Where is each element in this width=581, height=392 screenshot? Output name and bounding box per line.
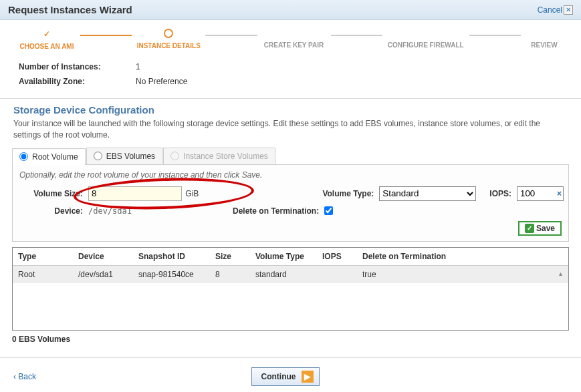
iops-label: IOPS: [489,189,511,198]
availability-zone-value: No Preference [136,77,187,86]
cancel-label: Cancel [538,5,562,15]
checkmark-icon: ✓ [13,29,80,39]
step-label: CHOOSE AN AMI [20,43,74,50]
cell-delete: true [357,265,568,283]
cell-iops [317,265,357,283]
volumes-table: Type Device Snapshot ID Size Volume Type… [13,248,568,283]
volume-size-input[interactable] [88,186,182,201]
volume-size-label: Volume Size: [19,189,83,198]
storage-tabs: Root Volume EBS Volumes Instance Store V… [12,148,569,165]
save-button[interactable]: ✓ Save [518,221,562,236]
col-device: Device [73,248,133,266]
step-label: CONFIGURE FIREWALL [388,41,464,49]
col-size: Size [210,248,250,266]
tab-label: Instance Store Volumes [183,152,268,161]
checkmark-icon: ✓ [525,224,534,233]
tab-ebs-volumes[interactable]: EBS Volumes [86,148,162,164]
ebs-volume-count: 0 EBS Volumes [0,332,581,357]
wizard-title: Request Instances Wizard [8,4,132,15]
volume-size-wrap: GiB [88,186,199,201]
storage-section-desc: Your instance will be launched with the … [0,118,581,148]
continue-label: Continue [261,372,296,381]
instance-summary: Number of Instances: 1 Availability Zone… [0,54,581,94]
step-connector [469,35,521,36]
col-snapshot: Snapshot ID [133,248,210,266]
delete-on-termination-checkbox[interactable] [324,206,333,215]
tab-instance-store: Instance Store Volumes [163,148,275,164]
step-label: INSTANCE DETAILS [137,42,201,49]
wizard-steps: ✓ CHOOSE AN AMI INSTANCE DETAILS CREATE … [0,20,581,54]
device-value: /dev/sda1 [88,206,195,216]
tab-root-volume[interactable]: Root Volume [12,148,86,165]
tab-radio-ebs[interactable] [94,152,102,160]
device-label: Device: [19,206,83,216]
step-label: CREATE KEY PAIR [264,41,324,49]
tab-radio-root[interactable] [19,152,28,161]
col-iops: IOPS [317,248,357,266]
volumes-table-wrap: Type Device Snapshot ID Size Volume Type… [12,247,569,331]
num-instances-value: 1 [136,62,140,71]
volume-type-label: Volume Type: [322,189,374,198]
storage-section-title: Storage Device Configuration [0,98,581,118]
cell-voltype: standard [250,265,317,283]
delete-on-termination-label: Delete on Termination: [233,206,319,216]
step-instance-details[interactable]: INSTANCE DETAILS [132,30,205,49]
step-connector [80,35,132,36]
clear-iops-icon[interactable]: × [557,189,562,198]
close-icon[interactable]: ✕ [564,5,573,15]
cell-size: 8 [210,265,250,283]
col-delete: Delete on Termination [357,248,568,266]
tab-label: Root Volume [32,152,78,162]
scroll-up-icon[interactable]: ▴ [559,270,567,278]
cell-device: /dev/sda1 [73,265,133,283]
col-type: Type [13,248,73,266]
step-label: REVIEW [531,41,557,49]
arrow-right-icon: ▶ [302,371,314,383]
step-choose-ami[interactable]: ✓ CHOOSE AN AMI [13,29,80,50]
volume-size-unit: GiB [185,189,199,198]
col-voltype: Volume Type [250,248,317,266]
step-configure-firewall[interactable]: CONFIGURE FIREWALL [382,31,469,49]
wizard-header: Request Instances Wizard Cancel ✕ [0,0,581,20]
availability-zone-label: Availability Zone: [19,77,136,86]
cancel-button[interactable]: Cancel ✕ [538,5,573,15]
cell-snapshot: snap-981540ce [133,265,210,283]
table-header-row: Type Device Snapshot ID Size Volume Type… [13,248,568,266]
table-row[interactable]: Root /dev/sda1 snap-981540ce 8 standard … [13,265,568,283]
step-review[interactable]: REVIEW [521,31,568,49]
wizard-footer: ‹ Back Continue ▶ [0,357,581,392]
tab-radio-instance [170,152,179,160]
panel-note: Optionally, edit the root volume of your… [19,170,562,180]
continue-button[interactable]: Continue ▶ [251,367,320,386]
step-create-key-pair[interactable]: CREATE KEY PAIR [257,31,331,49]
step-connector [205,35,257,36]
volume-type-select[interactable]: Standard [379,186,476,201]
step-connector [331,35,382,36]
cell-type: Root [13,265,73,283]
save-label: Save [536,224,555,233]
table-empty-area: ▴ [13,283,568,330]
num-instances-label: Number of Instances: [19,62,136,71]
step-dot-icon [164,29,173,38]
back-button[interactable]: ‹ Back [13,372,36,381]
root-volume-panel: Optionally, edit the root volume of your… [12,165,569,242]
tab-label: EBS Volumes [106,152,155,161]
